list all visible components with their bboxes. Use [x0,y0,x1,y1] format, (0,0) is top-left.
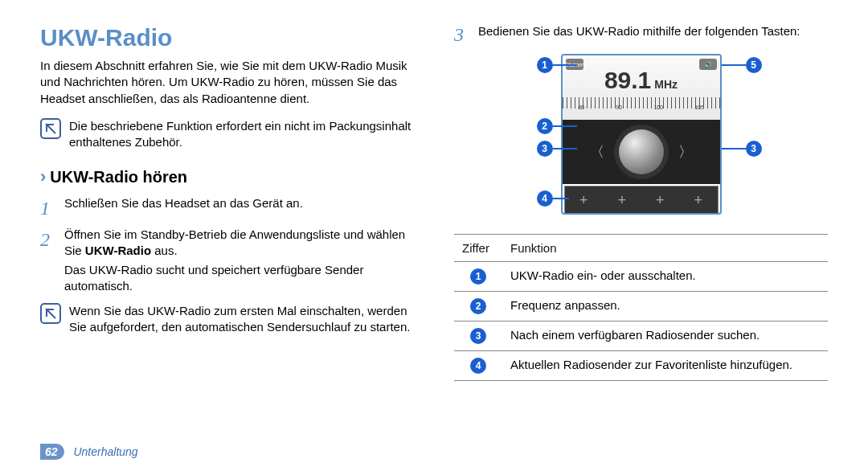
step-2-body: Öffnen Sie im Standby-Betrieb die Anwend… [64,227,414,295]
section-heading: › UKW-Radio hören [40,166,414,187]
next-station-icon: 〉 [678,142,693,162]
leader [553,64,577,66]
leader [722,64,746,66]
table-header-row: Ziffer Funktion [454,235,828,262]
tick: 105 [694,104,704,110]
frequency-ruler: 80 90 100 105 [563,97,720,109]
radio-screenshot: Stumm 🔊 89.1 MHz 80 90 100 105 [561,54,722,215]
row-number: 2 [470,298,486,314]
header-funktion: Funktion [502,235,828,262]
callout-3-right: 3 [746,141,762,157]
leader [553,148,577,149]
radio-display: Stumm 🔊 89.1 MHz 80 90 100 105 [563,55,720,120]
tick: 100 [653,104,663,110]
footer-section: Unterhaltung [73,445,137,458]
speaker-icon: 🔊 [699,59,717,70]
step-1: 1 Schließen Sie das Headset an das Gerät… [40,195,414,221]
leader [553,198,569,199]
plus-icon: + [579,192,588,209]
step-3: 3 Bedienen Sie das UKW-Radio mithilfe de… [454,24,828,46]
prev-station-icon: 〈 [590,142,604,162]
radio-figure: Stumm 🔊 89.1 MHz 80 90 100 105 [513,54,770,223]
row-function: UKW-Radio ein- oder ausschalten. [502,262,828,292]
callout-4: 4 [537,190,553,207]
step-number-1: 1 [40,195,55,221]
tick: 80 [578,104,584,110]
plus-icon: + [656,192,665,209]
right-column: 3 Bedienen Sie das UKW-Radio mithilfe de… [454,24,828,381]
table-row: 1 UKW-Radio ein- oder ausschalten. [454,262,828,292]
step-1-text: Schließen Sie das Headset an das Gerät a… [64,195,414,211]
function-table: Ziffer Funktion 1 UKW-Radio ein- oder au… [454,234,828,381]
favorites-row: + + + + [564,186,719,215]
table-row: 2 Frequenz anpassen. [454,292,828,322]
callout-1: 1 [537,57,553,73]
step-2-text-b: aus. [151,244,178,257]
step-2: 2 Öffnen Sie im Standby-Betrieb die Anwe… [40,227,414,295]
note-text: Wenn Sie das UKW-Radio zum ersten Mal ei… [69,303,414,336]
note-text: Die beschriebene Funktion erfordert ein … [69,118,414,151]
leader [722,148,746,149]
table-row: 4 Aktuellen Radiosender zur Favoritenlis… [454,351,828,381]
note-first-start: Wenn Sie das UKW-Radio zum ersten Mal ei… [40,303,414,336]
plus-icon: + [694,192,702,209]
table-row: 3 Nach einem verfügbaren Radiosender suc… [454,322,828,351]
row-number: 3 [470,328,486,344]
frequency-unit: MHz [654,78,678,91]
page-title: UKW-Radio [40,24,414,51]
row-function: Nach einem verfügbaren Radiosender suche… [502,322,828,351]
plus-icon: + [617,192,626,209]
note-icon [40,118,61,139]
header-ziffer: Ziffer [454,235,502,262]
page-body: UKW-Radio In diesem Abschnitt erfahren S… [40,24,828,381]
page-footer: 62 Unterhaltung [40,444,138,460]
tick: 90 [616,104,622,110]
callout-5: 5 [746,57,762,73]
tuning-dial [619,129,664,174]
note-accessory: Die beschriebene Funktion erfordert ein … [40,118,414,151]
note-icon [40,303,61,324]
step-3-text: Bedienen Sie das UKW-Radio mithilfe der … [478,24,800,38]
chevron-icon: › [40,166,46,187]
row-number: 4 [470,358,486,374]
step-2-sub: Das UKW-Radio sucht und speichert verfüg… [64,262,414,295]
step-number-2: 2 [40,227,55,252]
intro-text: In diesem Abschnitt erfahren Sie, wie Si… [40,58,414,107]
page-number: 62 [40,444,64,460]
step-number-3: 3 [454,24,469,46]
left-column: UKW-Radio In diesem Abschnitt erfahren S… [40,24,414,381]
frequency-value: 89.1 [604,67,651,94]
callout-3-left: 3 [537,141,553,157]
callout-2: 2 [537,118,553,134]
step-2-bold: UKW-Radio [85,244,151,257]
row-function: Frequenz anpassen. [502,292,828,322]
section-heading-text: UKW-Radio hören [50,168,187,186]
row-function: Aktuellen Radiosender zur Favoritenliste… [502,351,828,381]
leader [553,125,577,127]
row-number: 1 [470,268,486,285]
radio-controls: 〈 〉 [563,120,720,184]
